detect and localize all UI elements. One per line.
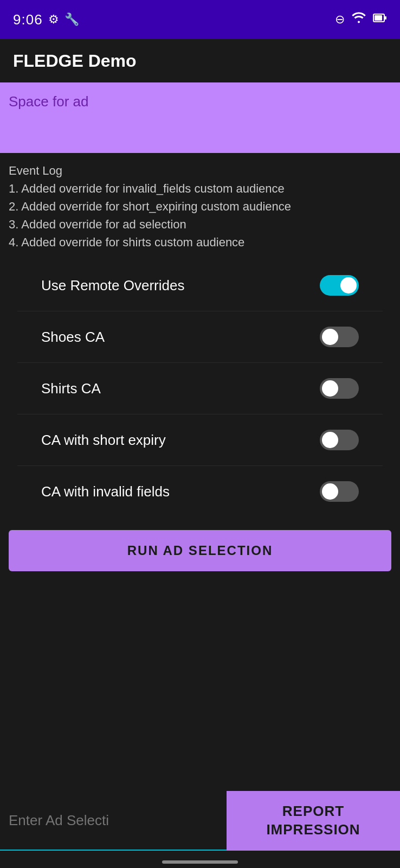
toggle-knob-use-remote-overrides — [340, 277, 357, 293]
settings-icon: ⚙ — [48, 12, 59, 27]
toggle-knob-shoes-ca — [322, 329, 338, 345]
wifi-icon — [351, 12, 366, 27]
ad-space-text: Space for ad — [9, 93, 88, 110]
toggle-knob-ca-invalid-fields — [322, 483, 338, 500]
toggle-row-ca-invalid-fields: CA with invalid fields — [9, 466, 391, 517]
bottom-section: REPORT IMPRESSION — [0, 791, 400, 851]
svg-rect-1 — [375, 15, 382, 21]
toggle-knob-shirts-ca — [322, 380, 338, 397]
toggle-row-use-remote-overrides: Use Remote Overrides — [9, 260, 391, 311]
toggle-label-shirts-ca: Shirts CA — [41, 380, 101, 397]
battery-icon — [373, 12, 387, 27]
report-impression-button[interactable]: REPORT IMPRESSION — [227, 791, 400, 851]
ad-space: Space for ad — [0, 82, 400, 153]
enter-ad-input-container — [0, 791, 227, 851]
event-log-entry-1: 1. Added override for invalid_fields cus… — [9, 182, 285, 195]
status-bar-right: ⊖ — [335, 12, 387, 27]
status-bar: 9:06 ⚙ 🔧 ⊖ — [0, 0, 400, 39]
event-log-entry-3: 3. Added override for ad selection — [9, 218, 186, 231]
toggle-row-shirts-ca: Shirts CA — [9, 363, 391, 414]
toggle-ca-short-expiry[interactable] — [320, 430, 359, 450]
toggle-row-shoes-ca: Shoes CA — [9, 311, 391, 362]
toggle-label-ca-short-expiry: CA with short expiry — [41, 432, 166, 449]
toggle-label-ca-invalid-fields: CA with invalid fields — [41, 483, 170, 500]
event-log-entry-4: 4. Added override for shirts custom audi… — [9, 235, 244, 249]
event-log-content: Event Log 1. Added override for invalid_… — [9, 162, 391, 251]
toggle-section: Use Remote Overrides Shoes CA Shirts CA … — [0, 260, 400, 517]
scrollable-content: Space for ad Event Log 1. Added override… — [0, 82, 400, 774]
toggle-label-use-remote-overrides: Use Remote Overrides — [41, 277, 184, 294]
run-ad-selection-button[interactable]: RUN AD SELECTION — [9, 530, 391, 571]
toggle-label-shoes-ca: Shoes CA — [41, 329, 105, 346]
toggle-knob-ca-short-expiry — [322, 432, 338, 448]
app-bar: FLEDGE Demo — [0, 39, 400, 82]
home-indicator — [162, 860, 238, 864]
event-log: Event Log 1. Added override for invalid_… — [0, 153, 400, 260]
toggle-use-remote-overrides[interactable] — [320, 275, 359, 296]
toggle-row-ca-short-expiry: CA with short expiry — [9, 414, 391, 465]
svg-rect-2 — [385, 16, 386, 20]
event-log-title: Event Log — [9, 164, 62, 177]
status-time: 9:06 — [13, 11, 43, 28]
enter-ad-selection-input[interactable] — [9, 812, 218, 829]
toggle-shirts-ca[interactable] — [320, 378, 359, 399]
event-log-entry-2: 2. Added override for short_expiring cus… — [9, 200, 291, 213]
status-bar-left: 9:06 ⚙ 🔧 — [13, 11, 79, 28]
wrench-icon: 🔧 — [64, 12, 79, 27]
toggle-shoes-ca[interactable] — [320, 327, 359, 347]
page-title: FLEDGE Demo — [13, 51, 137, 71]
do-not-disturb-icon: ⊖ — [335, 12, 345, 27]
toggle-ca-invalid-fields[interactable] — [320, 481, 359, 502]
